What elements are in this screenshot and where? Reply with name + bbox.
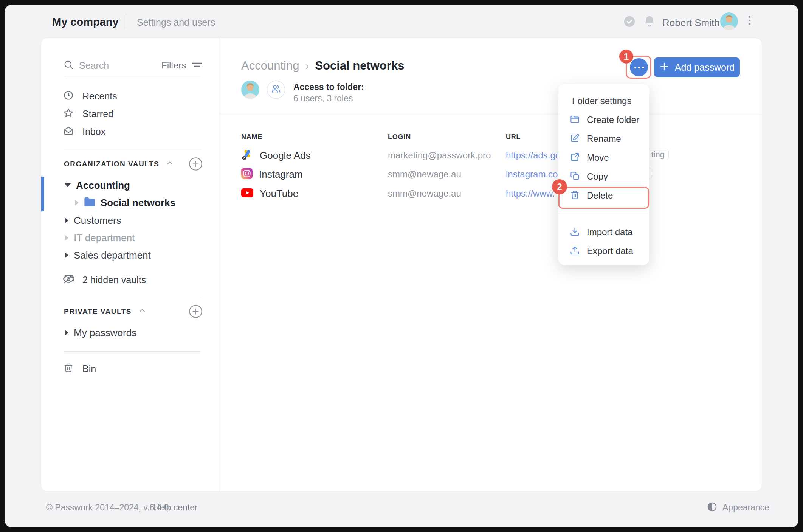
filters-label: Filters	[161, 60, 186, 71]
inbox-icon	[63, 126, 74, 138]
more-actions-button[interactable]	[630, 58, 648, 76]
google-ads-icon	[241, 149, 253, 162]
menu-item-label: Rename	[587, 133, 621, 144]
add-password-label: Add password	[675, 62, 735, 73]
users-icon	[271, 84, 281, 96]
menu-item-move[interactable]: Move	[558, 148, 649, 167]
help-center-link[interactable]: Help center	[153, 503, 198, 513]
menu-item-import-data[interactable]: Import data	[558, 223, 649, 242]
breadcrumb-parent[interactable]: Accounting	[241, 59, 299, 73]
user-name[interactable]: Robert Smith	[662, 17, 720, 29]
filters-button[interactable]: Filters	[161, 58, 203, 73]
chevron-collapsed-icon	[65, 252, 68, 258]
menu-item-rename[interactable]: Rename	[558, 129, 649, 148]
sidebar-item-label: Recents	[82, 91, 117, 102]
tag-label: ting	[651, 150, 665, 160]
org-vaults-header[interactable]: ORGANIZATION VAULTS	[64, 157, 174, 172]
import-icon	[570, 226, 580, 238]
breadcrumb: Accounting › Social networks	[241, 57, 404, 74]
appearance-icon	[707, 502, 717, 513]
chevron-up-icon	[165, 159, 174, 169]
sidebar-item-inbox[interactable]: Inbox	[63, 124, 105, 139]
search-input[interactable]: Search	[63, 58, 109, 73]
nav-settings-and-users[interactable]: Settings and users	[137, 17, 215, 28]
menu-item-folder-settings[interactable]: Folder settings	[558, 92, 649, 110]
sidebar-item-label: Starred	[82, 109, 113, 119]
password-login: smm@newage.au	[388, 188, 506, 199]
sidebar-item-sales-department[interactable]: Sales department	[65, 248, 151, 263]
vault-label: My passwords	[74, 327, 136, 339]
sidebar-item-social-networks[interactable]: Social networks	[75, 195, 175, 210]
bin-label: Bin	[82, 363, 96, 374]
sidebar-item-my-passwords[interactable]: My passwords	[65, 325, 136, 340]
appearance-button[interactable]: Appearance	[707, 500, 769, 515]
chevron-expanded-icon	[65, 183, 71, 187]
vault-label: Customers	[74, 215, 121, 226]
folder-member-avatar[interactable]	[241, 81, 259, 100]
topbar-divider	[126, 13, 126, 30]
clock-icon	[63, 90, 74, 102]
menu-item-label: Export data	[587, 246, 633, 256]
ellipsis-icon	[634, 67, 636, 68]
youtube-icon	[241, 188, 253, 199]
chevron-up-icon	[138, 306, 147, 317]
page-title: Social networks	[315, 59, 404, 73]
folder-label: Social networks	[101, 197, 175, 209]
sidebar-item-customers[interactable]: Customers	[65, 213, 121, 228]
menu-item-create-folder[interactable]: Create folder	[558, 110, 649, 129]
sidebar-item-starred[interactable]: Starred	[63, 106, 113, 121]
move-icon	[570, 152, 580, 164]
chevron-collapsed-icon	[65, 235, 68, 241]
menu-item-label: Create folder	[587, 115, 639, 125]
sidebar-item-recents[interactable]: Recents	[63, 88, 117, 104]
content-card: Search Filters Recents Starred Inbox ORG…	[41, 38, 762, 492]
password-name: YouTube	[260, 188, 298, 200]
sidebar-item-bin[interactable]: Bin	[63, 361, 96, 376]
avatar[interactable]	[720, 12, 738, 32]
add-password-button[interactable]: Add password	[654, 57, 740, 77]
add-private-vault-button[interactable]	[189, 304, 203, 320]
folder-icon	[570, 114, 580, 126]
private-vaults-header[interactable]: PRIVATE VAULTS	[64, 304, 147, 319]
sidebar-item-it-department[interactable]: IT department	[65, 230, 135, 245]
breadcrumb-separator-icon: ›	[305, 59, 309, 72]
copy-icon	[570, 171, 580, 183]
sidebar-section-divider	[64, 351, 201, 352]
menu-item-export-data[interactable]: Export data	[558, 242, 649, 261]
trash-icon	[63, 363, 74, 375]
sidebar-item-label: Inbox	[82, 126, 105, 137]
password-name: Instagram	[259, 169, 303, 180]
search-icon	[63, 59, 74, 71]
sidebar-section-divider	[64, 299, 201, 299]
export-icon	[570, 245, 580, 257]
hidden-vaults-label: 2 hidden vaults	[82, 275, 146, 285]
kebab-menu-icon[interactable]	[749, 16, 750, 25]
folder-icon	[83, 196, 96, 209]
column-header-name[interactable]: NAME	[241, 133, 388, 141]
folder-actions-menu: Folder settings Create folder Rename Mov…	[558, 84, 649, 265]
sidebar-item-accounting[interactable]: Accounting	[65, 178, 130, 193]
search-underline	[64, 76, 201, 76]
menu-item-copy[interactable]: Copy	[558, 167, 649, 186]
eye-off-icon	[62, 273, 74, 287]
access-title: Access to folder:	[293, 82, 364, 92]
search-placeholder: Search	[79, 60, 109, 71]
access-subtitle: 6 users, 3 roles	[293, 93, 353, 104]
column-header-login[interactable]: LOGIN	[388, 133, 506, 141]
add-org-vault-button[interactable]	[189, 157, 203, 172]
menu-header-label: Folder settings	[572, 96, 631, 106]
star-icon	[63, 108, 74, 120]
vault-label: Sales department	[74, 250, 151, 261]
hidden-vaults-button[interactable]: 2 hidden vaults	[62, 272, 146, 287]
check-circle-icon[interactable]	[623, 15, 636, 29]
password-name: Google Ads	[260, 150, 310, 161]
annotation-step-1: 1	[619, 50, 633, 64]
sidebar-section-divider	[64, 150, 201, 150]
annotation-step-2: 2	[552, 179, 567, 194]
folder-members-button[interactable]	[267, 81, 285, 99]
plus-icon	[659, 62, 669, 73]
app-window: My company Settings and users Robert Smi…	[5, 5, 798, 527]
chevron-collapsed-icon	[65, 330, 68, 336]
annotation-outline-delete	[558, 187, 649, 209]
bell-icon[interactable]	[643, 14, 656, 29]
